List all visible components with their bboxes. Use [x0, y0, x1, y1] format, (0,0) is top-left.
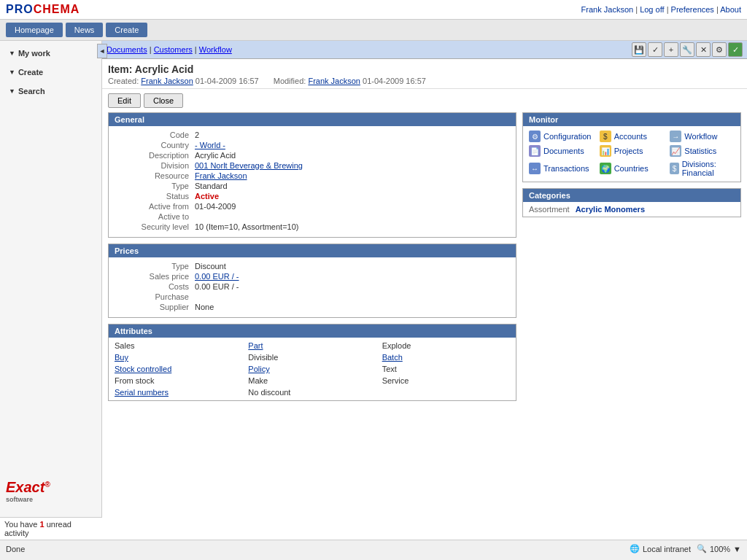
zoom-indicator: 🔍 100% ▼	[697, 544, 741, 553]
monitor-section: Monitor ⚙ Configuration $ Accounts → Wo	[522, 112, 741, 182]
price-costs: Costs 0.00 EUR / -	[115, 282, 510, 291]
ok-icon[interactable]: ✓	[728, 42, 743, 57]
attr-batch: Batch	[382, 352, 510, 362]
categories-header: Categories	[523, 189, 740, 202]
divisions-link[interactable]: Divisions: Financial	[682, 160, 735, 177]
field-security-level: Security level 10 (Item=10, Assortment=1…	[115, 222, 510, 231]
accounts-icon: $	[600, 131, 611, 142]
divisions-icon: $	[670, 163, 678, 174]
customers-link[interactable]: Customers	[154, 45, 193, 54]
tools-icon[interactable]: 🔧	[680, 42, 694, 57]
save-icon[interactable]: 💾	[632, 42, 646, 57]
modified-user-link[interactable]: Frank Jackson	[308, 77, 360, 85]
delete-icon[interactable]: ✕	[696, 42, 711, 57]
price-type: Type Discount	[115, 262, 510, 271]
homepage-button[interactable]: Homepage	[6, 23, 63, 37]
documents-link[interactable]: Documents	[543, 147, 584, 155]
news-button[interactable]: News	[66, 23, 104, 37]
workflow-link[interactable]: Workflow	[199, 45, 232, 54]
status-bar: Done 🌐 Local intranet 🔍 100% ▼	[0, 540, 747, 557]
attr-no-discount: No discount	[248, 387, 376, 397]
configuration-icon: ⚙	[529, 131, 541, 142]
sales-price-link[interactable]: 0.00 EUR / -	[195, 272, 239, 281]
exact-sup: ®	[44, 481, 50, 489]
attr-empty	[382, 387, 510, 397]
assortment-value: Acrylic Monomers	[576, 205, 645, 214]
zoom-dropdown[interactable]: ▼	[733, 545, 741, 553]
monitor-grid: ⚙ Configuration $ Accounts → Workflow	[523, 126, 740, 182]
unread-count: 1	[40, 520, 44, 529]
add-icon[interactable]: +	[664, 42, 678, 57]
sidebar-search-title[interactable]: ▼ Search	[6, 85, 96, 98]
action-buttons: Edit Close	[102, 89, 747, 112]
workflow-icon: →	[670, 131, 681, 142]
transactions-icon: ↔	[529, 163, 541, 174]
create-button[interactable]: Create	[106, 23, 147, 37]
top-bar: PROCHEMA Frank Jackson | Log off | Prefe…	[0, 0, 747, 20]
field-active-to: Active to	[115, 212, 510, 221]
logoff-link[interactable]: Log off	[640, 5, 664, 14]
monitor-accounts: $ Accounts	[600, 131, 665, 142]
field-status: Status Active	[115, 192, 510, 201]
configuration-link[interactable]: Configuration	[543, 132, 591, 141]
accounts-link[interactable]: Accounts	[614, 132, 647, 141]
close-button[interactable]: Close	[144, 93, 183, 108]
sidebar-section-search: ▼ Search	[0, 82, 101, 101]
attr-service: Service	[382, 376, 510, 386]
preferences-link[interactable]: Preferences	[671, 5, 714, 14]
countries-link[interactable]: Countries	[614, 164, 649, 173]
resource-link[interactable]: Frank Jackson	[195, 171, 247, 180]
top-right-links: Frank Jackson | Log off | Preferences | …	[581, 5, 741, 14]
user-link[interactable]: Frank Jackson	[581, 5, 634, 14]
price-purchase: Purchase	[115, 292, 510, 301]
settings-icon[interactable]: ⚙	[712, 42, 727, 57]
price-sales: Sales price 0.00 EUR / -	[115, 272, 510, 281]
sidebar-section-create: ▼ Create	[0, 63, 101, 82]
sidebar-mywork-title[interactable]: ▼ My work	[6, 47, 96, 60]
attr-explode: Explode	[382, 341, 510, 351]
division-link[interactable]: 001 Norlt Beverage & Brewing	[195, 161, 303, 170]
prices-section: Prices Type Discount Sales price 0.00 EU…	[108, 244, 516, 318]
prices-body: Type Discount Sales price 0.00 EUR / - C…	[109, 257, 516, 317]
monitor-configuration: ⚙ Configuration	[529, 131, 594, 142]
workflow-link[interactable]: Workflow	[684, 132, 717, 141]
left-column: General Code 2 Country - World - Descrip…	[108, 112, 516, 407]
field-resource: Resource Frank Jackson	[115, 171, 510, 180]
attr-part: Part	[248, 341, 376, 351]
nav-bar: Homepage News Create	[0, 20, 747, 41]
sidebar-create-title[interactable]: ▼ Create	[6, 66, 96, 79]
page-meta: Created: Frank Jackson 01-04-2009 16:57 …	[108, 77, 741, 85]
unread-activity-bar: You have 1 unread activity	[0, 517, 102, 540]
monitor-divisions: $ Divisions: Financial	[670, 160, 735, 177]
toolbar: Documents | Customers | Workflow 💾 ✓ + 🔧…	[102, 41, 747, 59]
attr-from-stock: From stock	[115, 376, 242, 386]
sidebar-section-mywork: ▼ My work	[0, 44, 101, 63]
edit-button[interactable]: Edit	[108, 93, 141, 108]
logo: PROCHEMA	[6, 3, 80, 16]
sidebar-collapse-button[interactable]: ◄	[97, 44, 107, 58]
monitor-workflow: → Workflow	[670, 131, 735, 142]
projects-link[interactable]: Projects	[614, 147, 643, 155]
toolbar-section-links: Documents | Customers | Workflow	[107, 45, 232, 54]
general-header: General	[109, 113, 516, 126]
zone-icon: 🌐	[630, 544, 640, 553]
monitor-header: Monitor	[523, 113, 740, 126]
field-division: Division 001 Norlt Beverage & Brewing	[115, 161, 510, 170]
country-link[interactable]: - World -	[195, 141, 225, 149]
sidebar: ◄ ▼ My work ▼ Create ▼ Search Exact® sof…	[0, 41, 102, 540]
documents-link[interactable]: Documents	[107, 45, 147, 54]
field-type: Type Standard	[115, 182, 510, 190]
zone-label: Local intranet	[643, 545, 691, 553]
check-icon[interactable]: ✓	[648, 42, 662, 57]
assortment-link[interactable]: Acrylic Monomers	[576, 205, 645, 214]
field-description: Description Acrylic Acid	[115, 151, 510, 160]
about-link[interactable]: About	[720, 5, 741, 14]
field-country: Country - World -	[115, 141, 510, 149]
statistics-link[interactable]: Statistics	[684, 147, 716, 155]
zoom-icon: 🔍	[697, 544, 707, 553]
exact-tagline: software	[6, 496, 50, 503]
content-area: Documents | Customers | Workflow 💾 ✓ + 🔧…	[102, 41, 747, 540]
transactions-link[interactable]: Transactions	[543, 164, 589, 173]
created-user-link[interactable]: Frank Jackson	[141, 77, 193, 85]
zone-indicator: 🌐 Local intranet	[630, 544, 691, 553]
